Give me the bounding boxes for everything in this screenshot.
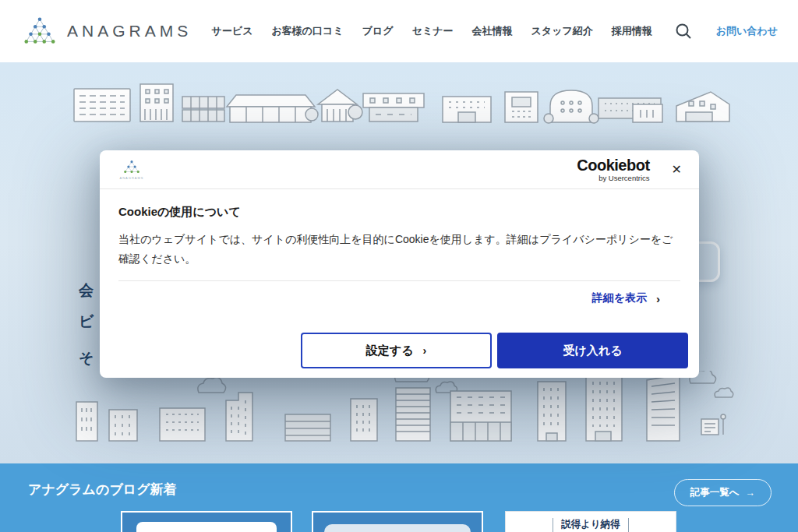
anagrams-mini-logo: ANAGRAMS <box>114 160 150 180</box>
nav-company[interactable]: 会社情報 <box>472 24 513 38</box>
brand-name: ANAGRAMS <box>67 22 192 41</box>
blog-card[interactable]: 説得より納得 <box>505 511 676 532</box>
blog-card-list: 説得より納得 <box>0 511 798 532</box>
cookie-dialog-header: ANAGRAMS Cookiebot by Usercentrics ✕ <box>100 150 699 189</box>
show-details-link[interactable]: 詳細を表示 <box>592 291 647 305</box>
chevron-right-icon: › <box>423 344 427 357</box>
cookie-consent-dialog: ANAGRAMS Cookiebot by Usercentrics ✕ Coo… <box>100 150 699 378</box>
brand-logo[interactable]: ANAGRAMS <box>22 14 192 48</box>
nav-staff[interactable]: スタッフ紹介 <box>531 24 593 38</box>
anagrams-mini-logo-label: ANAGRAMS <box>120 176 144 180</box>
buildings-illustration-top <box>0 73 798 132</box>
nav-services[interactable]: サービス <box>212 24 253 38</box>
hidden-heading-letter: ビ <box>79 312 94 332</box>
page: ANAGRAMS サービス お客様の口コミ ブログ セミナー 会社情報 スタッフ… <box>0 0 798 532</box>
blog-card-title: 説得より納得 <box>553 518 629 532</box>
blog-section: アナグラムのブログ新着 記事一覧へ → 説得より納得 <box>0 463 798 532</box>
blog-card[interactable] <box>312 511 483 532</box>
cookie-dialog-title: Cookieの使用について <box>118 205 680 220</box>
cookie-settings-label: 設定する <box>366 344 414 358</box>
city-skyline-illustration <box>0 371 798 445</box>
cookiebot-byline: by Usercentrics <box>598 174 649 182</box>
hidden-heading-letter: そ <box>79 348 94 368</box>
main-nav: サービス お客様の口コミ ブログ セミナー 会社情報 スタッフ紹介 採用情報 お… <box>212 22 778 41</box>
anagrams-triangle-logo-icon <box>22 14 58 48</box>
nav-recruit[interactable]: 採用情報 <box>612 24 652 38</box>
nav-blog[interactable]: ブログ <box>362 24 394 38</box>
cookie-accept-label: 受け入れる <box>563 344 622 358</box>
chevron-right-icon: › <box>656 292 660 305</box>
site-header: ANAGRAMS サービス お客様の口コミ ブログ セミナー 会社情報 スタッフ… <box>0 0 798 62</box>
cookie-settings-button[interactable]: 設定する › <box>301 333 492 368</box>
blog-card[interactable] <box>121 511 292 532</box>
cookiebot-logo: Cookiebot by Usercentrics <box>577 157 649 182</box>
nav-reviews[interactable]: お客様の口コミ <box>272 24 344 38</box>
cookie-accept-button[interactable]: 受け入れる <box>497 333 688 368</box>
cookie-dialog-text: 当社のウェブサイトでは、サイトの利便性向上を目的にCookieを使用します。詳細… <box>118 230 680 268</box>
blog-section-title: アナグラムのブログ新着 <box>28 481 177 499</box>
search-icon[interactable] <box>674 22 693 41</box>
close-icon[interactable]: ✕ <box>670 162 683 178</box>
cookiebot-wordmark: Cookiebot <box>577 157 649 173</box>
nav-seminar[interactable]: セミナー <box>412 24 454 38</box>
arrow-right-icon: → <box>746 488 756 499</box>
nav-contact[interactable]: お問い合わせ <box>716 24 778 38</box>
cookie-dialog-body: Cookieの使用について 当社のウェブサイトでは、サイトの利便性向上を目的にC… <box>100 189 699 305</box>
hidden-heading-letter: 会 <box>79 280 94 301</box>
view-all-label: 記事一覧へ <box>690 486 740 499</box>
view-all-articles-button[interactable]: 記事一覧へ → <box>674 479 772 506</box>
anagrams-mini-triangle-icon <box>123 160 140 175</box>
